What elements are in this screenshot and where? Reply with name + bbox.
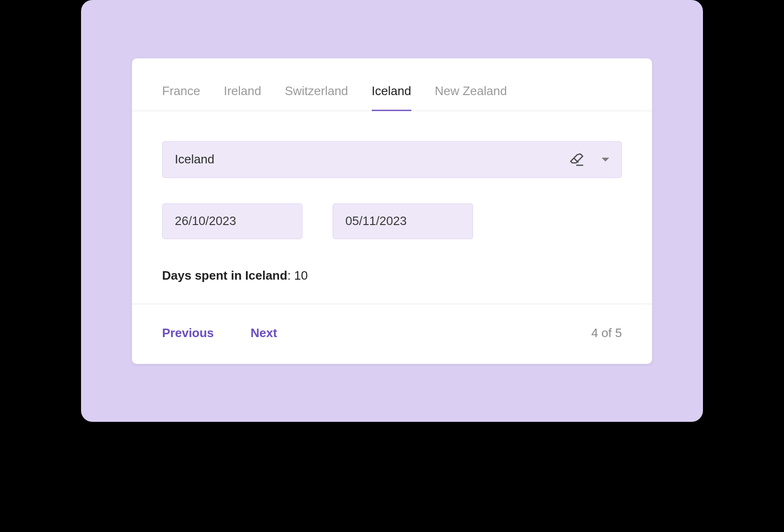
tab-new-zealand[interactable]: New Zealand: [435, 84, 507, 111]
tab-france[interactable]: France: [162, 84, 200, 111]
footer: Previous Next 4 of 5: [132, 304, 652, 364]
tab-bar: France Ireland Switzerland Iceland New Z…: [132, 58, 652, 111]
previous-button[interactable]: Previous: [162, 326, 214, 340]
chevron-down-icon: [602, 158, 609, 161]
footer-nav: Previous Next: [162, 326, 277, 340]
days-summary-label: Days spent in Iceland: [162, 268, 287, 282]
start-date-field[interactable]: 26/10/2023: [162, 203, 302, 239]
tab-iceland[interactable]: Iceland: [372, 84, 411, 111]
page-counter: 4 of 5: [591, 326, 622, 340]
start-date-value: 26/10/2023: [175, 214, 236, 228]
select-icons: [569, 152, 609, 168]
main-card: France Ireland Switzerland Iceland New Z…: [132, 58, 652, 364]
next-button[interactable]: Next: [251, 326, 277, 340]
date-row: 26/10/2023 05/11/2023: [162, 203, 622, 239]
page-background: France Ireland Switzerland Iceland New Z…: [81, 0, 703, 422]
days-summary: Days spent in Iceland: 10: [162, 268, 622, 283]
country-select-value: Iceland: [175, 152, 569, 167]
end-date-field[interactable]: 05/11/2023: [333, 203, 473, 239]
days-summary-value: 10: [294, 268, 308, 282]
tab-ireland[interactable]: Ireland: [224, 84, 261, 111]
eraser-icon[interactable]: [569, 152, 585, 168]
days-summary-separator: :: [287, 268, 294, 282]
tab-content: Iceland 26/10/2023: [132, 111, 652, 304]
tab-switzerland[interactable]: Switzerland: [285, 84, 348, 111]
end-date-value: 05/11/2023: [345, 214, 407, 228]
country-select[interactable]: Iceland: [162, 141, 622, 178]
